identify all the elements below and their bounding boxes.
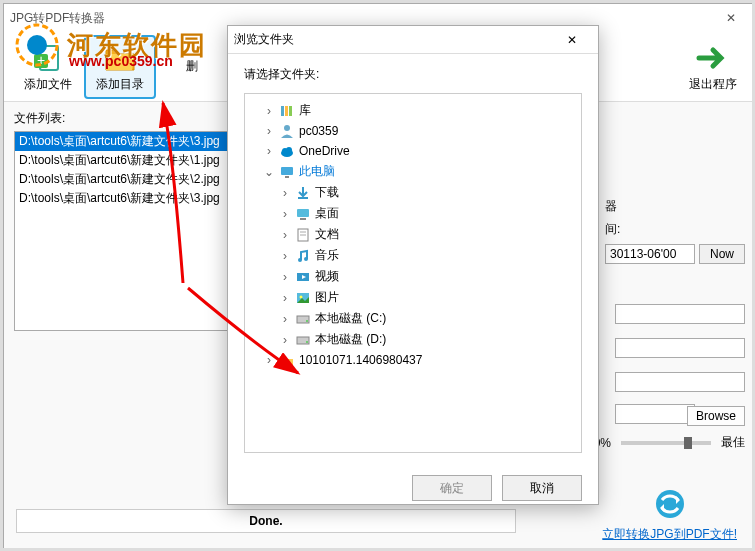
- svg-rect-7: [285, 106, 288, 116]
- disk-icon: [295, 332, 311, 348]
- tree-item-label: 本地磁盘 (C:): [315, 310, 386, 327]
- dialog-title: 浏览文件夹: [234, 31, 294, 48]
- convert-icon: [652, 486, 688, 522]
- tree-item[interactable]: ›图片: [249, 287, 577, 308]
- text-input[interactable]: [615, 372, 745, 392]
- expand-arrow-icon[interactable]: ›: [279, 312, 291, 326]
- right-panel: 器 间: Now: [605, 192, 745, 270]
- dialog-body: 请选择文件夹: ›库›pc0359›OneDrive⌄此电脑›下载›桌面›文档›…: [228, 54, 598, 465]
- svg-text:+: +: [37, 52, 45, 68]
- svg-rect-8: [289, 106, 292, 116]
- tree-item[interactable]: ›本地磁盘 (C:): [249, 308, 577, 329]
- svg-point-29: [306, 341, 308, 343]
- browse-folder-dialog: 浏览文件夹 ✕ 请选择文件夹: ›库›pc0359›OneDrive⌄此电脑›下…: [227, 25, 599, 505]
- svg-rect-17: [300, 218, 306, 220]
- download-icon: [295, 185, 311, 201]
- svg-point-9: [284, 125, 290, 131]
- tree-item[interactable]: ⌄此电脑: [249, 161, 577, 182]
- browse-button[interactable]: Browse: [687, 406, 745, 426]
- quality-best-label: 最佳: [721, 434, 745, 451]
- svg-rect-16: [297, 209, 309, 217]
- svg-point-22: [304, 257, 308, 261]
- svg-rect-15: [298, 197, 308, 199]
- now-button[interactable]: Now: [699, 244, 745, 264]
- expand-arrow-icon[interactable]: ›: [279, 249, 291, 263]
- tree-item[interactable]: ›视频: [249, 266, 577, 287]
- tree-item-label: 本地磁盘 (D:): [315, 331, 386, 348]
- label: 器: [605, 198, 617, 215]
- desktop-icon: [295, 206, 311, 222]
- tree-item[interactable]: ›10101071.1406980437: [249, 350, 577, 370]
- svg-point-21: [298, 258, 302, 262]
- quality-row: 80% 最佳: [587, 434, 745, 451]
- video-icon: [295, 269, 311, 285]
- svg-point-12: [286, 147, 292, 153]
- label: 间:: [605, 221, 620, 238]
- music-icon: [295, 248, 311, 264]
- path-input[interactable]: [615, 404, 695, 424]
- dialog-close-button[interactable]: ✕: [552, 33, 592, 47]
- cloud-icon: [279, 143, 295, 159]
- add-directory-label: 添加目录: [96, 76, 144, 93]
- dialog-prompt: 请选择文件夹:: [244, 66, 582, 83]
- doc-icon: [295, 227, 311, 243]
- folder-tree[interactable]: ›库›pc0359›OneDrive⌄此电脑›下载›桌面›文档›音乐›视频›图片…: [244, 93, 582, 453]
- main-title: JPG转PDF转换器: [10, 10, 105, 27]
- main-close-button[interactable]: ✕: [711, 11, 751, 25]
- expand-arrow-icon[interactable]: ›: [279, 270, 291, 284]
- user-icon: [279, 123, 295, 139]
- tree-item-label: OneDrive: [299, 144, 350, 158]
- quality-slider[interactable]: [621, 441, 711, 445]
- dialog-buttons: 确定 取消: [228, 465, 598, 511]
- svg-rect-14: [285, 176, 289, 178]
- tree-item[interactable]: ›文档: [249, 224, 577, 245]
- tree-item-label: 下载: [315, 184, 339, 201]
- text-input[interactable]: [615, 304, 745, 324]
- svg-rect-6: [281, 106, 284, 116]
- cancel-button[interactable]: 取消: [502, 475, 582, 501]
- folder-icon: [279, 352, 295, 368]
- tree-item[interactable]: ›pc0359: [249, 121, 577, 141]
- expand-arrow-icon[interactable]: ›: [279, 186, 291, 200]
- tree-item[interactable]: ›OneDrive: [249, 141, 577, 161]
- expand-arrow-icon[interactable]: ›: [279, 333, 291, 347]
- tree-item-label: 音乐: [315, 247, 339, 264]
- tree-item-label: 桌面: [315, 205, 339, 222]
- add-file-button[interactable]: + 添加文件: [12, 35, 84, 99]
- slider-thumb[interactable]: [684, 437, 692, 449]
- expand-arrow-icon[interactable]: ⌄: [263, 165, 275, 179]
- svg-rect-13: [281, 167, 293, 175]
- delete-button[interactable]: 删: [156, 35, 228, 99]
- expand-arrow-icon[interactable]: ›: [279, 291, 291, 305]
- expand-arrow-icon[interactable]: ›: [263, 124, 275, 138]
- expand-arrow-icon[interactable]: ›: [263, 104, 275, 118]
- add-directory-button[interactable]: 添加目录: [84, 35, 156, 99]
- expand-arrow-icon[interactable]: ›: [263, 353, 275, 367]
- tree-item[interactable]: ›库: [249, 100, 577, 121]
- tree-item-label: 图片: [315, 289, 339, 306]
- date-input[interactable]: [605, 244, 695, 264]
- tree-item-label: 此电脑: [299, 163, 335, 180]
- pc-icon: [279, 164, 295, 180]
- convert-button[interactable]: 立即转换JPG到PDF文件!: [602, 486, 737, 543]
- exit-icon: [695, 40, 731, 76]
- tree-item[interactable]: ›本地磁盘 (D:): [249, 329, 577, 350]
- library-icon: [279, 103, 295, 119]
- exit-button[interactable]: 退出程序: [677, 35, 749, 99]
- tree-item[interactable]: ›下载: [249, 182, 577, 203]
- expand-arrow-icon[interactable]: ›: [263, 144, 275, 158]
- tree-item-label: 10101071.1406980437: [299, 353, 422, 367]
- tree-item-label: 库: [299, 102, 311, 119]
- status-bar: Done.: [16, 509, 516, 533]
- pic-icon: [295, 290, 311, 306]
- expand-arrow-icon[interactable]: ›: [279, 207, 291, 221]
- tree-item[interactable]: ›桌面: [249, 203, 577, 224]
- text-input[interactable]: [615, 338, 745, 358]
- tree-item[interactable]: ›音乐: [249, 245, 577, 266]
- svg-point-3: [656, 490, 684, 518]
- add-file-label: 添加文件: [24, 76, 72, 93]
- expand-arrow-icon[interactable]: ›: [279, 228, 291, 242]
- ok-button[interactable]: 确定: [412, 475, 492, 501]
- tree-item-label: 文档: [315, 226, 339, 243]
- delete-label: 删: [186, 58, 198, 75]
